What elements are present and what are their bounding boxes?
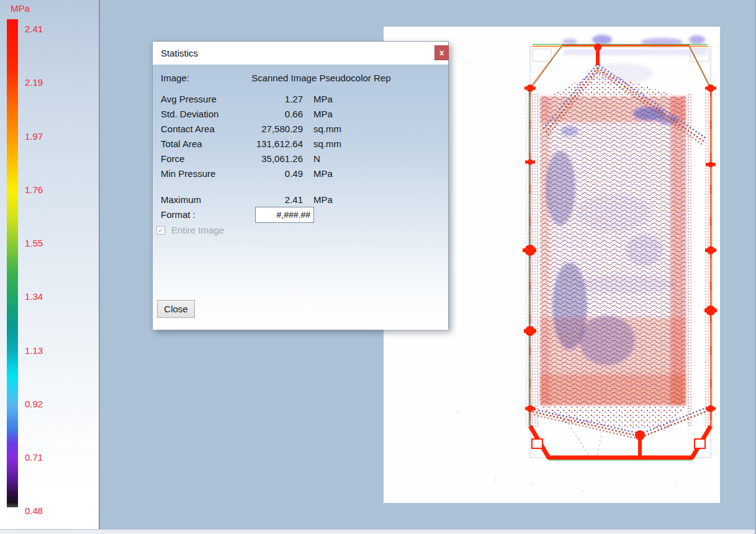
- stat-value: 2.41: [248, 194, 303, 206]
- stat-label: Total Area: [161, 138, 248, 150]
- stat-unit: sq.mm: [313, 123, 341, 135]
- window-bottom-strip: [0, 529, 756, 534]
- scale-tick: 2.19: [25, 77, 43, 88]
- scale-tick: 1.34: [25, 291, 43, 302]
- dialog-body: Image: Scanned Image Pseudocolor Rep Avg…: [153, 65, 448, 330]
- scale-tick: 1.76: [25, 184, 43, 196]
- app-window: MPa 2.41 2.19 1.97 1.76 1.55 1.34 1.13 0…: [0, 0, 756, 534]
- stat-label: Image:: [161, 72, 248, 84]
- scale-tick: 0.48: [25, 505, 43, 517]
- dialog-title: Statistics: [161, 42, 198, 65]
- scale-tick: 1.97: [25, 131, 43, 142]
- stat-row: Min Pressure0.49MPa: [161, 168, 434, 180]
- stat-value: 35,061.26: [248, 153, 303, 165]
- stat-row: Avg Pressure1.27MPa: [161, 93, 434, 106]
- stat-value: 131,612.64: [248, 138, 303, 150]
- format-input[interactable]: [255, 207, 314, 223]
- stat-unit: N: [313, 153, 320, 165]
- format-row: Format :: [161, 209, 434, 221]
- stat-row: Total Area131,612.64sq.mm: [161, 138, 434, 150]
- dialog-titlebar[interactable]: Statistics x: [153, 42, 448, 65]
- stat-unit: MPa: [313, 93, 333, 106]
- stat-label: Contact Area: [161, 123, 248, 135]
- stat-unit: MPa: [313, 194, 333, 206]
- close-icon[interactable]: x: [434, 45, 449, 60]
- pressure-unit-label: MPa: [11, 3, 30, 14]
- scale-tick: 0.71: [25, 452, 43, 463]
- scale-tick: 2.41: [25, 24, 43, 35]
- stat-row: Std. Deviation0.66MPa: [161, 108, 434, 120]
- scale-tick: 0.92: [25, 399, 43, 410]
- scale-tick: 1.13: [25, 345, 43, 356]
- stat-label: Force: [161, 153, 248, 165]
- format-label: Format :: [161, 209, 248, 221]
- stat-row: Force35,061.26N: [161, 153, 434, 165]
- stat-label: Min Pressure: [161, 168, 248, 180]
- entire-image-row: ✓ Entire Image: [156, 226, 281, 236]
- entire-image-label: Entire Image: [171, 225, 224, 235]
- stat-value: 0.66: [248, 108, 303, 120]
- stat-unit: MPa: [313, 108, 333, 120]
- stat-unit: sq.mm: [313, 138, 341, 150]
- stat-value: 1.27: [248, 93, 303, 106]
- entire-image-checkbox: ✓: [156, 226, 165, 235]
- stat-label: Avg Pressure: [161, 93, 248, 106]
- stat-value: 27,580.29: [248, 123, 303, 135]
- close-button[interactable]: Close: [157, 300, 195, 318]
- stat-value: Scanned Image Pseudocolor Rep: [251, 72, 390, 84]
- stat-row-image: Image: Scanned Image Pseudocolor Rep: [161, 72, 434, 84]
- colorbar-gradient: [7, 19, 18, 507]
- stat-row: Contact Area27,580.29sq.mm: [161, 123, 434, 135]
- stat-value: 0.49: [248, 168, 303, 180]
- stat-row-maximum: Maximum2.41MPa: [161, 194, 434, 206]
- statistics-dialog: Statistics x Image: Scanned Image Pseudo…: [152, 41, 449, 329]
- stat-unit: MPa: [313, 168, 333, 180]
- scale-tick: 1.55: [25, 238, 43, 249]
- stat-label: Maximum: [161, 194, 248, 206]
- stat-label: Std. Deviation: [161, 108, 248, 120]
- color-scale-panel: MPa 2.41 2.19 1.97 1.76 1.55 1.34 1.13 0…: [0, 0, 100, 529]
